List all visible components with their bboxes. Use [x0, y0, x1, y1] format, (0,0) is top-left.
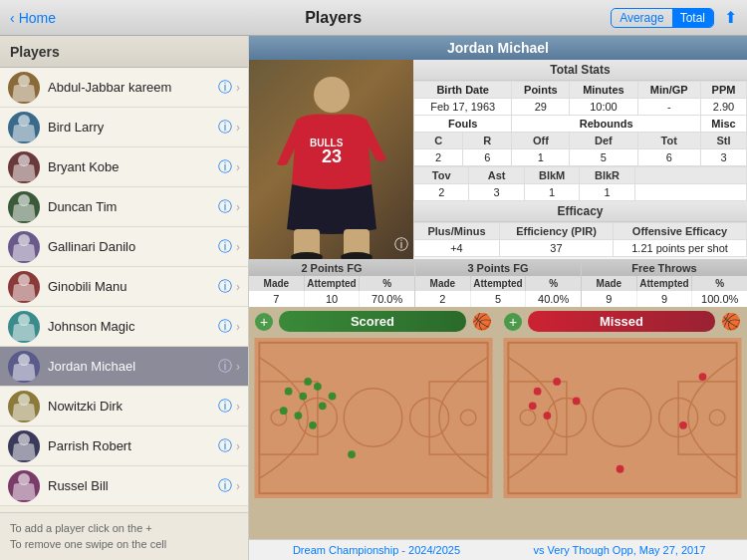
missed-label-bar: Missed: [528, 311, 715, 332]
val-r: 6: [463, 149, 512, 166]
sidebar: Players Abdul-Jabbar kareemⓘ›Bird Larryⓘ…: [0, 36, 249, 560]
svg-point-53: [617, 465, 624, 473]
fg2-block: 2 Points FG Made Attempted % 7 10 70.0%: [249, 260, 415, 307]
plus-minus-value: +4: [414, 240, 500, 257]
fg2-pct-col: %: [360, 276, 414, 291]
total-stats-header: Total Stats: [413, 60, 747, 81]
stats-top: 23 BULLS ⓘ Total Stats Birth Date Points…: [249, 60, 747, 259]
val-tot: 6: [637, 149, 700, 166]
svg-point-35: [314, 383, 322, 391]
total-toggle[interactable]: Total: [672, 9, 713, 27]
scored-label: Scored: [351, 314, 394, 329]
nav-right: Average Total ⬆: [611, 8, 737, 28]
missed-court[interactable]: [500, 338, 745, 498]
efficacy-table: Plus/Minus Efficiency (PIR) Offensive Ef…: [413, 222, 747, 257]
player-list-item[interactable]: Ginobili Manuⓘ›: [0, 267, 248, 307]
off-efficacy-value: 1.21 points per shot: [614, 240, 747, 257]
points-label-header: Points: [512, 82, 570, 99]
share-button[interactable]: ⬆: [724, 8, 737, 27]
player-name-label: Russel Bill: [48, 478, 218, 493]
player-list-item[interactable]: Parrish Robertⓘ›: [0, 426, 248, 466]
player-avatar: [8, 391, 40, 422]
svg-point-33: [280, 407, 288, 415]
player-list-item[interactable]: Johnson Magicⓘ›: [0, 307, 248, 347]
plus-minus-label: Plus/Minus: [414, 223, 500, 240]
chevron-right-icon: ›: [236, 320, 240, 334]
birth-date-value: Feb 17, 1963: [414, 99, 512, 116]
player-info-button[interactable]: ⓘ: [218, 477, 232, 495]
fg2-attempted-col: Attempted: [305, 276, 361, 291]
sidebar-footer: To add a player click on the + To remove…: [0, 512, 248, 560]
svg-point-51: [699, 373, 707, 381]
scored-court[interactable]: [251, 338, 496, 498]
col-c: C: [414, 133, 463, 149]
rebounds-label: Rebounds: [512, 116, 701, 133]
player-list-item[interactable]: Russel Billⓘ›: [0, 466, 248, 506]
player-photo-bg: 23 BULLS: [249, 60, 413, 259]
player-info-button[interactable]: ⓘ: [218, 238, 232, 256]
svg-rect-18: [254, 338, 492, 498]
player-name-label: Bryant Kobe: [48, 159, 218, 174]
svg-point-27: [285, 388, 293, 396]
court-controls-row: + Scored 🏀 + Missed 🏀: [249, 307, 747, 336]
chevron-right-icon: ›: [236, 439, 240, 453]
player-info-button[interactable]: ⓘ: [218, 79, 232, 97]
photo-info-button[interactable]: ⓘ: [394, 236, 408, 254]
chevron-right-icon: ›: [236, 240, 240, 254]
player-list-item[interactable]: Gallinari Daniloⓘ›: [0, 227, 248, 267]
scored-court-svg: [251, 338, 496, 498]
content-area: Jordan Michael: [249, 36, 747, 560]
avg-total-toggle[interactable]: Average Total: [611, 8, 714, 28]
svg-point-49: [543, 412, 551, 420]
ft-attempted-val: 9: [637, 291, 693, 307]
top-nav: ‹ Home Players Average Total ⬆: [0, 0, 747, 36]
player-list-item[interactable]: Abdul-Jabbar kareemⓘ›: [0, 68, 248, 108]
missed-add-button[interactable]: +: [504, 313, 522, 331]
ppm-value: 2.90: [700, 99, 746, 116]
svg-point-50: [679, 421, 687, 429]
player-name-header: Jordan Michael: [249, 36, 747, 60]
player-avatar: [8, 430, 40, 462]
ball-icon-scored: 🏀: [472, 312, 492, 331]
birth-date-label: Birth Date: [414, 82, 512, 99]
player-avatar: [8, 271, 40, 303]
footer-right-tag[interactable]: vs Very Though Opp, May 27, 2017: [500, 544, 739, 556]
svg-point-11: [314, 77, 350, 113]
player-avatar: [8, 112, 40, 143]
player-info-button[interactable]: ⓘ: [218, 278, 232, 296]
chevron-left-icon: ‹: [10, 10, 15, 26]
chevron-right-icon: ›: [236, 121, 240, 135]
efficacy-header: Efficacy: [413, 201, 747, 222]
player-info-button[interactable]: ⓘ: [218, 119, 232, 137]
player-info-button[interactable]: ⓘ: [218, 437, 232, 455]
minutes-value: 10:00: [570, 99, 637, 116]
player-info-button[interactable]: ⓘ: [218, 158, 232, 176]
player-list-item[interactable]: Bird Larryⓘ›: [0, 108, 248, 147]
player-list-item[interactable]: Nowitzki Dirkⓘ›: [0, 387, 248, 426]
ft-block: Free Throws Made Attempted % 9 9 100.0%: [582, 260, 747, 307]
fg2-attempted-val: 10: [305, 291, 361, 307]
player-list-item[interactable]: Jordan Michaelⓘ›: [0, 347, 248, 387]
scored-label-bar: Scored: [279, 311, 466, 332]
player-name-label: Gallinari Danilo: [48, 239, 218, 254]
player-list-item[interactable]: Duncan Timⓘ›: [0, 187, 248, 227]
minutes-label-header: Minutes: [570, 82, 637, 99]
ft-made-val: 9: [582, 291, 637, 307]
fg2-made-col: Made: [249, 276, 305, 291]
val-def: 5: [570, 149, 637, 166]
col-blkm-h: BlkM: [524, 167, 579, 184]
home-button[interactable]: ‹ Home: [10, 10, 56, 26]
footer-left-tag[interactable]: Dream Championship - 2024/2025: [257, 544, 496, 556]
avg-toggle[interactable]: Average: [612, 9, 671, 27]
player-info-button[interactable]: ⓘ: [218, 358, 232, 376]
player-info-button[interactable]: ⓘ: [218, 398, 232, 416]
val-blkm: 1: [524, 184, 579, 201]
birth-stats-table: Birth Date Points Minutes Min/GP PPM Feb…: [413, 81, 747, 166]
player-info-button[interactable]: ⓘ: [218, 318, 232, 336]
player-list-item[interactable]: Bryant Kobeⓘ›: [0, 147, 248, 187]
player-info-button[interactable]: ⓘ: [218, 198, 232, 216]
svg-rect-37: [503, 338, 741, 498]
scored-add-button[interactable]: +: [255, 313, 273, 331]
fg3-vals: 2 5 40.0%: [415, 291, 581, 307]
svg-point-28: [304, 378, 312, 386]
